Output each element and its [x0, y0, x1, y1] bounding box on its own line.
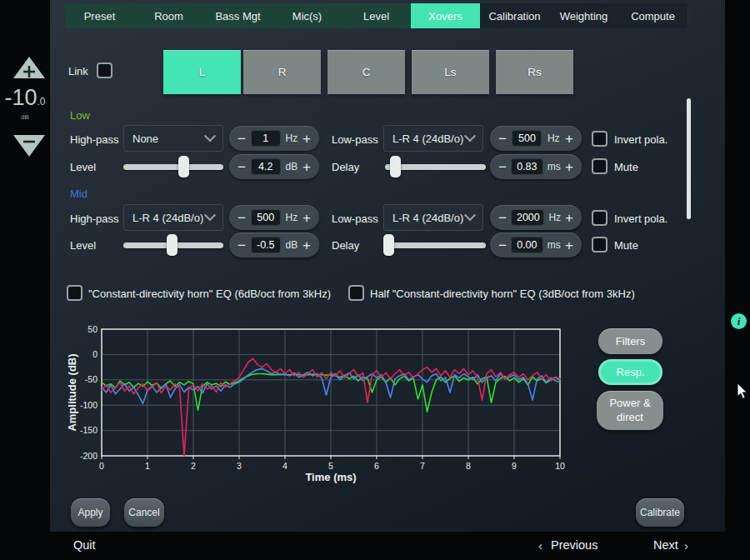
slider-handle[interactable]: [383, 234, 394, 256]
slider-handle[interactable]: [167, 234, 178, 256]
mid-lowpass-freq-value[interactable]: 2000: [511, 209, 544, 226]
slider-track[interactable]: [123, 164, 223, 170]
mid-lowpass-label: Low-pass: [332, 212, 378, 225]
svg-text:6: 6: [374, 461, 379, 471]
plus-button[interactable]: +: [302, 238, 311, 252]
low-lowpass-freq-value[interactable]: 500: [512, 130, 542, 147]
mid-mute-checkbox[interactable]: [592, 237, 608, 252]
apply-button[interactable]: Apply: [71, 498, 110, 527]
tab-level[interactable]: Level: [342, 3, 412, 28]
cd-horn-eq-checkbox[interactable]: [67, 285, 82, 301]
svg-text:50: 50: [88, 324, 98, 334]
minus-button[interactable]: −: [238, 211, 246, 225]
svg-text:4: 4: [282, 461, 288, 471]
info-icon[interactable]: i: [731, 313, 747, 329]
volume-rail: -10.0 dB: [0, 0, 50, 532]
minus-button[interactable]: −: [498, 211, 507, 225]
mid-invert-polarity-checkbox[interactable]: [592, 210, 608, 226]
svg-text:-50: -50: [85, 374, 98, 384]
power-direct-button[interactable]: Power & direct: [597, 391, 663, 430]
mid-highpass-freq-value[interactable]: 500: [251, 209, 281, 226]
mid-delay-slider[interactable]: [385, 232, 486, 258]
mid-level-label: Level: [70, 239, 96, 252]
low-highpass-dropdown[interactable]: None: [123, 125, 223, 152]
next-button[interactable]: Next: [653, 538, 678, 552]
plus-button[interactable]: +: [565, 211, 573, 225]
plus-button[interactable]: +: [302, 132, 311, 146]
mid-highpass-freq-stepper: − 500 Hz +: [229, 205, 319, 230]
volume-down-button[interactable]: [12, 133, 47, 158]
plus-button[interactable]: +: [565, 238, 573, 252]
tab-mics[interactable]: Mic(s): [272, 3, 342, 28]
mid-delay-value[interactable]: 0.00: [511, 237, 542, 253]
plus-button[interactable]: +: [565, 132, 573, 146]
tab-room[interactable]: Room: [134, 3, 204, 28]
minus-button[interactable]: −: [498, 238, 507, 252]
half-cd-horn-eq-checkbox[interactable]: [348, 285, 364, 301]
tab-weighting[interactable]: Weighting: [549, 3, 619, 28]
screen: Preset Room Bass Mgt Mic(s) Level Xovers…: [0, 0, 750, 560]
tab-calibration[interactable]: Calibration: [480, 3, 550, 28]
low-level-slider[interactable]: [123, 153, 223, 180]
scrollbar[interactable]: [687, 98, 691, 219]
low-mute-checkbox[interactable]: [592, 158, 608, 174]
resp-button[interactable]: Resp.: [598, 359, 662, 385]
minus-button[interactable]: −: [498, 132, 507, 146]
low-level-stepper: − 4.2 dB +: [229, 154, 319, 179]
svg-text:10: 10: [555, 461, 565, 471]
calibrate-button[interactable]: Calibrate: [636, 498, 684, 527]
slider-handle[interactable]: [178, 156, 189, 178]
channel-r-button[interactable]: R: [243, 50, 321, 94]
minus-button[interactable]: −: [498, 160, 507, 174]
low-level-value[interactable]: 4.2: [251, 158, 281, 175]
svg-text:0: 0: [99, 461, 104, 471]
plus-button[interactable]: +: [302, 160, 311, 174]
cd-horn-eq-label: "Constant-directivity horn" EQ (6dB/oct …: [88, 288, 331, 300]
mid-mute-label: Mute: [614, 239, 638, 252]
volume-up-button[interactable]: [12, 55, 47, 80]
low-delay-slider[interactable]: [385, 153, 486, 180]
plus-button[interactable]: +: [302, 211, 311, 225]
link-checkbox[interactable]: [97, 62, 112, 78]
mid-level-slider[interactable]: [123, 232, 223, 258]
footer-bar: Quit ‹ Previous Next ›: [0, 532, 750, 560]
filters-button[interactable]: Filters: [598, 328, 662, 354]
svg-text:8: 8: [466, 461, 471, 471]
low-delay-value[interactable]: 0.83: [511, 158, 542, 175]
quit-button[interactable]: Quit: [73, 538, 96, 552]
low-highpass-freq-value[interactable]: 1: [251, 130, 281, 147]
channel-l-button[interactable]: L: [163, 50, 241, 94]
low-lowpass-freq-stepper: − 500 Hz +: [490, 126, 582, 151]
mid-level-value[interactable]: -0.5: [251, 237, 281, 253]
minus-button[interactable]: −: [238, 160, 246, 174]
tab-xovers[interactable]: Xovers: [411, 3, 480, 28]
minus-button[interactable]: −: [238, 238, 246, 252]
chart-ylabel: Amplitude (dB): [66, 353, 78, 431]
tab-bass-mgt[interactable]: Bass Mgt: [203, 3, 273, 28]
low-invert-polarity-checkbox[interactable]: [592, 131, 608, 147]
slider-track[interactable]: [385, 242, 486, 248]
svg-text:2: 2: [191, 461, 196, 471]
minus-button[interactable]: −: [238, 132, 246, 146]
mid-highpass-dropdown[interactable]: L-R 4 (24dB/o): [123, 204, 223, 231]
plus-button[interactable]: +: [565, 160, 573, 174]
svg-text:7: 7: [420, 461, 425, 471]
channel-rs-button[interactable]: Rs: [496, 50, 573, 94]
chart-xlabel: Time (ms): [305, 471, 356, 483]
low-delay-label: Delay: [332, 161, 359, 173]
channel-c-button[interactable]: C: [328, 50, 405, 94]
half-cd-horn-eq-label: Half "Constant-directivity horn" EQ (3dB…: [370, 288, 635, 300]
tab-preset[interactable]: Preset: [65, 3, 135, 28]
low-highpass-value: None: [132, 132, 158, 145]
channel-ls-button[interactable]: Ls: [412, 50, 489, 94]
low-level-unit: dB: [286, 161, 298, 172]
previous-button[interactable]: Previous: [551, 538, 598, 552]
slider-handle[interactable]: [390, 156, 401, 178]
low-lowpass-dropdown[interactable]: L-R 4 (24dB/o): [383, 125, 483, 152]
tab-compute[interactable]: Compute: [618, 3, 688, 28]
low-highpass-label: High-pass: [70, 133, 119, 146]
mid-delay-unit: ms: [548, 239, 561, 251]
mid-lowpass-dropdown[interactable]: L-R 4 (24dB/o): [383, 204, 483, 231]
cancel-button[interactable]: Cancel: [124, 498, 164, 527]
svg-text:5: 5: [328, 461, 333, 471]
